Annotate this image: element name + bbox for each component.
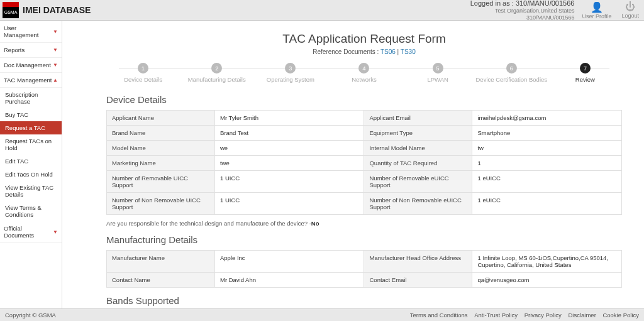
label-cell: Contact Email (364, 273, 472, 288)
label-cell: Model Name (107, 141, 215, 156)
gsma-logo: GSMA (3, 2, 19, 18)
value-cell: Brand Test (214, 126, 364, 141)
chevron-down-icon: ▼ (53, 29, 58, 35)
step-circle: 4 (358, 63, 369, 73)
chevron-down-icon: ▼ (53, 62, 58, 68)
table-row: Applicant NameMr Tyler SmithApplicant Em… (107, 111, 622, 126)
logged-in-as: Logged in as : 310/MANU/001566 (470, 0, 575, 8)
chevron-up-icon: ▲ (53, 77, 58, 83)
label-cell: Contact Name (107, 273, 215, 288)
ref-link-ts06[interactable]: TS06 (380, 48, 396, 55)
org-name: Test Organisation,United States (470, 8, 575, 14)
step-5[interactable]: 5LPWAN (401, 63, 475, 83)
logout-label: Logout (621, 13, 639, 19)
chevron-down-icon: ▼ (53, 47, 58, 53)
nav-label: TAC Management (4, 77, 52, 84)
responsible-question: Are you responsible for the technical de… (106, 220, 622, 227)
label-cell: Marketing Name (107, 156, 215, 171)
nav-user-management[interactable]: User Management▼ (0, 21, 62, 43)
reference-documents: Reference Documents : TS06 | TS30 (106, 48, 622, 55)
nav-tac-management[interactable]: TAC Management▲ (0, 73, 62, 88)
step-circle: 6 (506, 63, 517, 73)
nav-edit-tac[interactable]: Edit TAC (0, 155, 62, 168)
label-cell: Applicant Email (364, 111, 472, 126)
step-4[interactable]: 4Networks (327, 63, 401, 83)
step-circle: 1 (138, 63, 148, 73)
nav-edit-tacs-on-hold[interactable]: Edit Tacs On Hold (0, 168, 62, 181)
step-circle: 7 (580, 63, 591, 73)
step-circle: 5 (433, 63, 443, 73)
value-cell: 1 UICC (214, 193, 364, 215)
step-label: Operating System (253, 76, 327, 83)
user-profile-label: User Profile (582, 13, 611, 19)
step-7[interactable]: 7Review (548, 63, 622, 83)
footer-disclaimer[interactable]: Disclaimer (568, 312, 596, 318)
table-row: Number of Removable UICC Support1 UICCNu… (107, 171, 622, 193)
section-manufacturing-title: Manufacturing Details (106, 234, 622, 245)
main-content: TAC Application Request Form Reference D… (62, 21, 644, 308)
nav-official-documents[interactable]: Official Documents▼ (0, 221, 62, 243)
step-6[interactable]: 6Device Certification Bodies (475, 63, 548, 83)
label-cell: Quantity of TAC Required (364, 156, 472, 171)
nav-doc-management[interactable]: Doc Management▼ (0, 58, 62, 73)
nav-view-terms[interactable]: View Terms & Conditions (0, 201, 62, 221)
table-row: Brand NameBrand TestEquipment TypeSmartp… (107, 126, 622, 141)
label-cell: Manufacturer Head Office Address (364, 251, 472, 273)
table-row: Marketing NametweQuantity of TAC Require… (107, 156, 622, 171)
footer-antitrust[interactable]: Anti-Trust Policy (474, 312, 518, 318)
step-circle: 2 (211, 63, 222, 73)
table-row: Manufacturer NameApple IncManufacturer H… (107, 251, 622, 273)
label-cell: Equipment Type (364, 126, 472, 141)
logo-text: GSMA (4, 10, 18, 14)
label-cell: Number of Non Removable UICC Support (107, 193, 215, 215)
section-bands-title: Bands Supported (106, 295, 622, 306)
label-cell: Number of Removable eUICC Support (364, 171, 472, 193)
value-cell: Mr Tyler Smith (214, 111, 364, 126)
nav-request-tacs-on-hold[interactable]: Request TACs on Hold (0, 134, 62, 155)
value-cell: Apple Inc (214, 251, 364, 273)
step-2[interactable]: 2Manufacturing Details (180, 63, 253, 83)
value-cell: imeihelpdesk@gsma.com (472, 111, 622, 126)
manufacturing-details-table: Manufacturer NameApple IncManufacturer H… (106, 250, 622, 288)
label-cell: Internal Model Name (364, 141, 472, 156)
nav-buy-tac[interactable]: Buy TAC (0, 108, 62, 121)
nav-subscription-purchase[interactable]: Subscription Purchase (0, 88, 62, 108)
label-cell: Number of Non Removable eUICC Support (364, 193, 472, 215)
label-cell: Number of Removable UICC Support (107, 171, 215, 193)
footer-terms[interactable]: Terms and Conditions (410, 312, 468, 318)
logout-button[interactable]: ⏻ Logout (619, 1, 641, 19)
nav-reports[interactable]: Reports▼ (0, 43, 62, 58)
value-cell: tw (472, 141, 622, 156)
label-cell: Brand Name (107, 126, 215, 141)
footer-privacy[interactable]: Privacy Policy (525, 312, 562, 318)
value-cell: 1 (472, 156, 622, 171)
section-device-details-title: Device Details (106, 94, 622, 105)
label-cell: Manufacturer Name (107, 251, 215, 273)
header: GSMA IMEI DATABASE Logged in as : 310/MA… (0, 0, 644, 21)
step-label: Device Details (106, 76, 180, 83)
footer-cookie[interactable]: Cookie Policy (602, 312, 639, 318)
user-profile-button[interactable]: 👤 User Profile (579, 1, 614, 19)
nav-view-existing-tac[interactable]: View Existing TAC Details (0, 181, 62, 201)
header-left: GSMA IMEI DATABASE (3, 2, 91, 18)
nav-label: User Management (4, 24, 53, 38)
nav-request-a-tac[interactable]: Request a TAC (0, 121, 62, 134)
step-3[interactable]: 3Operating System (253, 63, 327, 83)
value-cell: qa@venusgeo.com (472, 273, 622, 288)
step-circle: 3 (285, 63, 296, 73)
value-cell: we (214, 141, 364, 156)
header-right: Logged in as : 310/MANU/001566 Test Orga… (470, 0, 641, 21)
value-cell: Mr David Ahn (214, 273, 364, 288)
value-cell: 1 eUICC (472, 193, 622, 215)
device-details-table: Applicant NameMr Tyler SmithApplicant Em… (106, 110, 622, 215)
site-title: IMEI DATABASE (23, 5, 91, 15)
user-icon: 👤 (582, 1, 611, 13)
value-cell: 1 UICC (214, 171, 364, 193)
step-1[interactable]: 1Device Details (106, 63, 180, 83)
table-row: Contact NameMr David AhnContact Emailqa@… (107, 273, 622, 288)
nav-label: Reports (4, 46, 25, 53)
q-text: Are you responsible for the technical de… (106, 220, 311, 227)
step-label: LPWAN (401, 76, 475, 83)
ref-link-ts30[interactable]: TS30 (401, 48, 416, 55)
step-label: Device Certification Bodies (475, 76, 548, 83)
